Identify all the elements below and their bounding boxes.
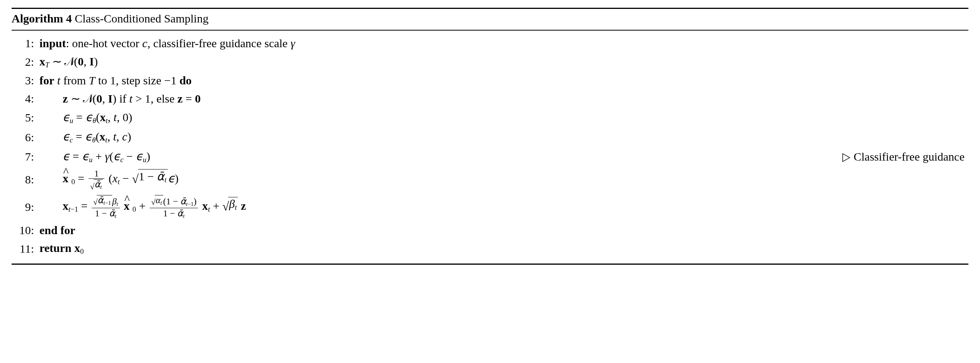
sym-I: I bbox=[108, 92, 113, 105]
rule-top bbox=[12, 8, 968, 9]
kw-input: input bbox=[39, 37, 66, 50]
sym-alphabar: ᾱ bbox=[180, 196, 186, 206]
algorithm-block: Algorithm 4 Class-Conditioned Sampling 1… bbox=[12, 8, 968, 265]
sub-t: t bbox=[115, 213, 116, 219]
sub-t: t bbox=[164, 176, 166, 184]
sym-alphabar: ᾱ bbox=[94, 179, 100, 189]
algo-line: 5: ϵu = ϵθ(xt, t, 0) bbox=[12, 108, 968, 127]
comment-text: Classifier-free guidance bbox=[854, 150, 965, 163]
line-right bbox=[662, 72, 968, 89]
fraction: √αt(1 − ᾱt−1) 1 − ᾱt bbox=[150, 195, 198, 219]
sub-t: t bbox=[235, 203, 237, 211]
kw-endfor: end for bbox=[39, 224, 75, 236]
sym-eps: ϵ bbox=[63, 130, 70, 143]
hat-icon: ^ bbox=[63, 165, 69, 178]
sub-t: t bbox=[118, 178, 120, 186]
sym-t: t bbox=[57, 74, 60, 87]
sym-gamma: γ bbox=[105, 150, 109, 163]
line-content: xt−1 = √ᾱt−1βt 1 − ᾱt ^ x 0 + bbox=[36, 193, 662, 221]
algo-line: 11: return x0 bbox=[12, 239, 968, 258]
sym-gamma: γ bbox=[290, 37, 295, 50]
sym-t: t bbox=[129, 92, 132, 105]
line-number: 2: bbox=[12, 52, 36, 72]
line-right bbox=[662, 108, 968, 127]
sym-z: z bbox=[241, 199, 246, 212]
line-number: 9: bbox=[12, 193, 36, 221]
sym-zero: 0 bbox=[96, 92, 102, 105]
algo-line: 3: for t from T to 1, step size −1 do bbox=[12, 72, 968, 89]
line-content: end for bbox=[36, 221, 662, 239]
algorithm-number: Algorithm 4 bbox=[12, 12, 72, 25]
sym-z: z bbox=[178, 92, 183, 105]
line-content: ϵ = ϵu + γ(ϵc − ϵu) bbox=[36, 147, 662, 166]
sym-x: x bbox=[100, 111, 106, 123]
line-content: return x0 bbox=[36, 239, 662, 258]
algo-line: 1: input: one-hot vector c, classifier-f… bbox=[12, 34, 968, 52]
sym-eps: ϵ bbox=[63, 111, 70, 123]
sym-alphabar: ᾱ bbox=[97, 195, 103, 205]
algo-line: 9: xt−1 = √ᾱt−1βt 1 − ᾱt ^ x 0 + bbox=[12, 193, 968, 221]
line-number: 1: bbox=[12, 34, 36, 52]
sym-t: t bbox=[113, 130, 116, 143]
sym-eps: ϵ bbox=[85, 111, 92, 123]
kw-do: do bbox=[179, 74, 192, 87]
sym-beta: β bbox=[229, 197, 235, 210]
line-right bbox=[662, 34, 968, 52]
rule-bottom bbox=[12, 264, 968, 265]
line-comment: ▷ Classifier-free guidance bbox=[662, 147, 968, 166]
sym-alphabar: ᾱ bbox=[109, 208, 115, 218]
sym-alpha: α bbox=[155, 195, 160, 205]
sym-x: x bbox=[63, 199, 68, 212]
sub-theta: θ bbox=[92, 136, 96, 144]
algo-line: 6: ϵc = ϵθ(xt, t, c) bbox=[12, 127, 968, 147]
line-right bbox=[662, 166, 968, 193]
sym-eps: ϵ bbox=[168, 172, 175, 185]
line-content: ϵu = ϵθ(xt, t, 0) bbox=[36, 108, 662, 127]
sym-x: x bbox=[99, 130, 105, 143]
line-number: 6: bbox=[12, 127, 36, 147]
sym-c: c bbox=[142, 37, 147, 50]
sub-u: u bbox=[89, 156, 92, 164]
kw-return: return bbox=[39, 241, 72, 254]
text: > 1, bbox=[133, 92, 157, 105]
algo-line: 4: z ∼ 𝒩(0, I) if t > 1, else z = 0 bbox=[12, 89, 968, 108]
sub-c: c bbox=[70, 136, 73, 144]
sub-t: t bbox=[100, 184, 102, 190]
kw-for: for bbox=[39, 74, 54, 87]
algo-line: 7: ϵ = ϵu + γ(ϵc − ϵu) ▷ Classifier-free… bbox=[12, 147, 968, 166]
line-right bbox=[662, 52, 968, 72]
line-right bbox=[662, 127, 968, 147]
line-number: 10: bbox=[12, 221, 36, 239]
sym-sim: ∼ bbox=[52, 55, 62, 68]
sym-I: I bbox=[89, 55, 94, 68]
line-right bbox=[662, 193, 968, 221]
sym-alphabar: ᾱ bbox=[177, 208, 183, 218]
line-content: ϵc = ϵθ(xt, t, c) bbox=[36, 127, 662, 147]
sym-c: c bbox=[122, 130, 127, 143]
sub-theta: θ bbox=[92, 116, 96, 125]
kw-if: if bbox=[120, 92, 126, 105]
sub-t: t bbox=[183, 213, 184, 219]
sym-eps: ϵ bbox=[82, 150, 89, 163]
sym-eps: ϵ bbox=[113, 150, 120, 163]
algorithm-title-row: Algorithm 4 Class-Conditioned Sampling bbox=[12, 10, 968, 27]
algorithm-title: Class-Conditioned Sampling bbox=[75, 12, 208, 25]
line-content: ^ x 0 = 1 √ᾱt (xt − √1 − ᾱtϵ) bbox=[36, 166, 662, 193]
sym-N: 𝒩 bbox=[65, 55, 74, 68]
sym-alphabar: ᾱ bbox=[157, 170, 164, 183]
line-number: 8: bbox=[12, 166, 36, 193]
text: to 1, step size −1 bbox=[95, 74, 179, 87]
sym-sim: ∼ bbox=[71, 92, 80, 105]
text: : one-hot vector bbox=[66, 37, 142, 50]
fraction: 1 √ᾱt bbox=[89, 169, 105, 190]
sym-eps: ϵ bbox=[136, 150, 143, 163]
sub-T: T bbox=[45, 61, 49, 69]
sym-z: z bbox=[63, 92, 68, 105]
kw-else: else bbox=[157, 92, 175, 105]
line-number: 4: bbox=[12, 89, 36, 108]
line-right bbox=[662, 89, 968, 108]
line-content: xT ∼ 𝒩(0, I) bbox=[36, 52, 662, 72]
sym-beta: β bbox=[112, 196, 117, 206]
sub-t: t bbox=[208, 205, 210, 213]
sym-x: x bbox=[39, 55, 45, 68]
